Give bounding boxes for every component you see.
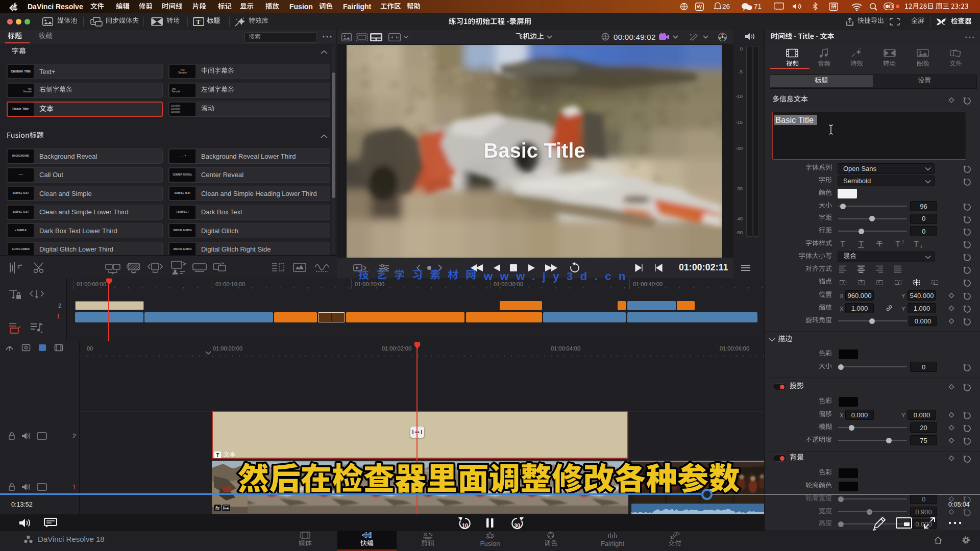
- svg-text:T: T: [859, 240, 863, 248]
- svg-text:z: z: [20, 262, 22, 267]
- svg-text:2: 2: [920, 244, 922, 248]
- svg-text:10: 10: [462, 522, 468, 529]
- svg-text:2: 2: [902, 240, 904, 244]
- svg-text:T: T: [840, 240, 845, 248]
- svg-text:T: T: [895, 240, 900, 248]
- svg-text:T: T: [914, 240, 918, 248]
- svg-text:30: 30: [514, 522, 520, 529]
- svg-text:T: T: [196, 18, 200, 26]
